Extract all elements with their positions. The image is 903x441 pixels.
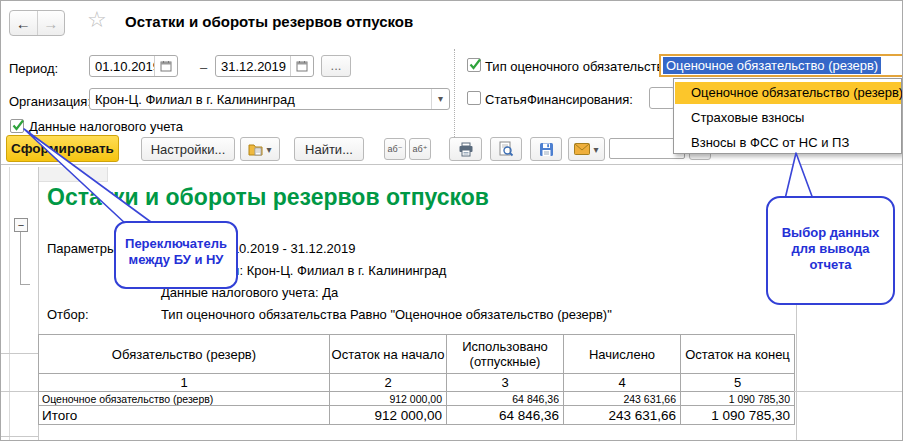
calendar-icon[interactable] bbox=[290, 56, 313, 76]
total-value-cell: 1 090 785,30 bbox=[681, 406, 795, 425]
period-dash: – bbox=[200, 60, 207, 75]
total-label-cell: Итого bbox=[39, 406, 330, 425]
envelope-icon bbox=[574, 143, 590, 155]
header-cell: Начислено bbox=[564, 335, 681, 374]
financing-article-label: СтатьяФинансирования: bbox=[485, 92, 633, 107]
period-to-input[interactable]: 31.12.2019 bbox=[215, 55, 314, 77]
callout-text: между БУ и НУ bbox=[116, 252, 236, 268]
total-value-cell: 243 631,66 bbox=[564, 406, 681, 425]
liability-type-checkbox[interactable] bbox=[467, 58, 481, 72]
preview-icon bbox=[498, 141, 514, 157]
send-email-button[interactable]: ▾ bbox=[568, 137, 605, 161]
table-total-row: Итого 912 000,00 64 846,36 243 631,66 1 … bbox=[39, 406, 795, 425]
filter-value: Тип оценочного обязательства Равно "Оцен… bbox=[161, 307, 612, 322]
checkmark-icon bbox=[11, 119, 26, 132]
filter-label: Отбор: bbox=[47, 307, 89, 322]
toolbar-separator bbox=[1, 164, 903, 165]
favorite-star-icon[interactable]: ☆ bbox=[87, 7, 107, 33]
period-from-input[interactable]: 01.10.2019 bbox=[89, 55, 178, 77]
report-window: ← → ☆ Остатки и обороты резервов отпуско… bbox=[0, 0, 903, 441]
save-button[interactable] bbox=[530, 137, 562, 161]
collapse-group-button[interactable]: − bbox=[14, 218, 28, 232]
grid-line bbox=[1, 391, 38, 392]
value-cell: 64 846,36 bbox=[447, 392, 564, 406]
report-variants-button[interactable]: ▾ bbox=[240, 137, 280, 161]
row-label-cell: Оценочное обязательство (резерв) bbox=[39, 392, 330, 406]
organization-value: Крон-Ц. Филиал в г. Калининград bbox=[90, 92, 431, 107]
group-bracket-line bbox=[20, 232, 21, 284]
settings-button[interactable]: Настройки... bbox=[141, 137, 235, 161]
callout-text: Выбор данных bbox=[768, 225, 893, 241]
callout-data-selection: Выбор данных для вывода отчета bbox=[766, 196, 895, 305]
period-to-value: 31.12.2019 bbox=[216, 59, 290, 74]
value-cell: 1 090 785,30 bbox=[681, 392, 795, 406]
expand-groups-button[interactable]: аб⁺ bbox=[409, 138, 431, 160]
report-table: Обязательство (резерв) Остаток на начало… bbox=[38, 334, 795, 425]
spreadsheet-cell-shade bbox=[39, 167, 108, 182]
callout-text: для вывода bbox=[768, 241, 893, 257]
dropdown-item-insurance-contributions[interactable]: Страховые взносы bbox=[675, 107, 901, 129]
liability-type-selected-value: Оценочное обязательство (резерв) bbox=[663, 57, 881, 74]
organization-combobox[interactable]: Крон-Ц. Филиал в г. Калининград ▾ bbox=[89, 88, 450, 110]
grid-line bbox=[796, 304, 797, 441]
grid-line bbox=[1, 353, 38, 354]
table-colnum-row: 1 2 3 4 5 bbox=[39, 374, 795, 392]
report-title: Остатки и обороты резервов отпусков bbox=[47, 184, 489, 211]
grid-line bbox=[9, 167, 10, 441]
grid-line bbox=[1, 436, 38, 437]
header-cell: Использовано (отпускные) bbox=[447, 335, 564, 374]
collapse-groups-icon: аб⁻ bbox=[388, 144, 403, 154]
organization-label: Организация: bbox=[9, 94, 91, 109]
colnum-cell: 3 bbox=[447, 374, 564, 392]
dropdown-item-estimated-liability[interactable]: Оценочное обязательство (резерв) bbox=[675, 82, 901, 104]
expand-groups-icon: аб⁺ bbox=[413, 144, 428, 154]
callout-text: отчета bbox=[768, 257, 893, 273]
tax-data-label: Данные налогового учета bbox=[29, 119, 183, 134]
colnum-cell: 2 bbox=[330, 374, 447, 392]
header-cell: Остаток на начало bbox=[330, 335, 447, 374]
liability-type-label: Тип оценочного обязательства: bbox=[485, 59, 674, 74]
back-button[interactable]: ← bbox=[10, 11, 38, 35]
print-button[interactable] bbox=[449, 137, 482, 161]
ellipsis-icon: ... bbox=[331, 62, 342, 70]
header-cell: Обязательство (резерв) bbox=[39, 335, 330, 374]
period-more-button[interactable]: ... bbox=[321, 55, 351, 77]
callout-bu-nu-switch: Переключатель между БУ и НУ bbox=[114, 221, 238, 289]
grid-line bbox=[794, 391, 903, 392]
print-preview-button[interactable] bbox=[490, 137, 522, 161]
tax-data-checkbox[interactable] bbox=[10, 119, 24, 133]
checkmark-icon bbox=[468, 58, 483, 71]
forward-button[interactable]: → bbox=[38, 11, 65, 35]
colnum-cell: 4 bbox=[564, 374, 681, 392]
callout-text: Переключатель bbox=[116, 236, 236, 252]
period-label: Период: bbox=[9, 61, 58, 76]
colnum-cell: 1 bbox=[39, 374, 330, 392]
group-bracket-tick bbox=[20, 284, 30, 285]
printer-icon bbox=[458, 142, 474, 157]
chevron-down-icon: ▾ bbox=[593, 144, 598, 155]
colnum-cell: 5 bbox=[681, 374, 795, 392]
liability-type-dropdown: Оценочное обязательство (резерв) Страхов… bbox=[673, 78, 902, 154]
calendar-icon[interactable] bbox=[154, 56, 177, 76]
forward-icon: → bbox=[43, 15, 58, 32]
generate-button[interactable]: Сформировать bbox=[6, 135, 119, 162]
period-from-value: 01.10.2019 bbox=[90, 59, 154, 74]
collapse-groups-button[interactable]: аб⁻ bbox=[384, 138, 406, 160]
financing-article-field[interactable] bbox=[649, 87, 675, 109]
window-title: Остатки и обороты резервов отпусков bbox=[125, 13, 413, 30]
back-icon: ← bbox=[16, 15, 31, 32]
params-label: Параметры: bbox=[47, 241, 120, 256]
total-value-cell: 912 000,00 bbox=[330, 406, 447, 425]
header-cell: Остаток на конец bbox=[681, 335, 795, 374]
liability-type-combobox[interactable]: Оценочное обязательство (резерв) bbox=[659, 54, 903, 77]
minus-icon: − bbox=[18, 220, 24, 230]
value-cell: 243 631,66 bbox=[564, 392, 681, 406]
floppy-disk-icon bbox=[539, 142, 554, 157]
find-button[interactable]: Найти... bbox=[294, 137, 364, 161]
report-variant-icon bbox=[248, 142, 263, 156]
financing-article-checkbox[interactable] bbox=[467, 91, 481, 105]
chevron-down-icon[interactable]: ▾ bbox=[431, 89, 449, 109]
table-row: Оценочное обязательство (резерв) 912 000… bbox=[39, 392, 795, 406]
dropdown-item-fss-contributions[interactable]: Взносы в ФСС от НС и ПЗ bbox=[675, 132, 901, 154]
total-value-cell: 64 846,36 bbox=[447, 406, 564, 425]
